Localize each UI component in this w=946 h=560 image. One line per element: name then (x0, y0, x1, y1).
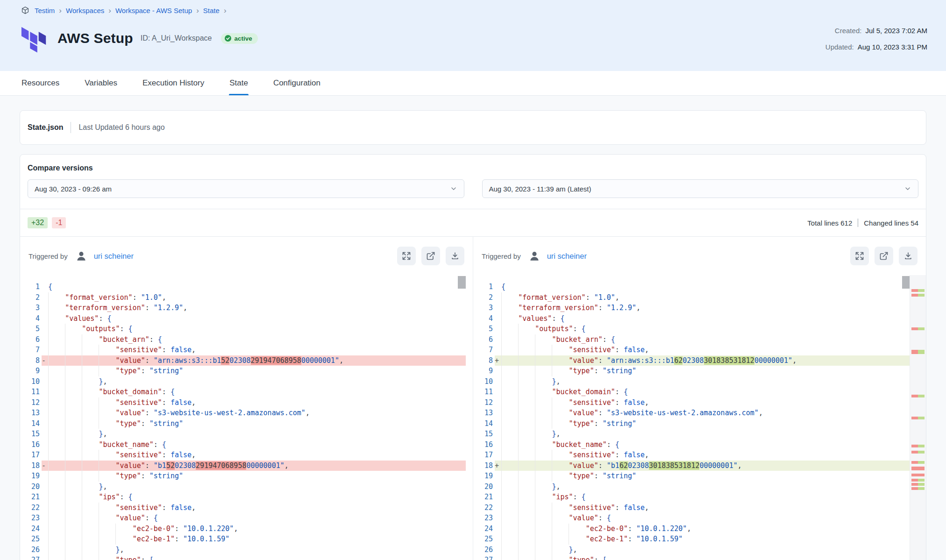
code-line: 7 "sensitive": false, (20, 345, 466, 355)
code-lines-new: 1{2 "format_version": "1.0",3 "terraform… (473, 282, 910, 560)
code-line: 27 "type": [ (473, 555, 910, 560)
breadcrumb: Testim › Workspaces › Workspace - AWS Se… (21, 6, 927, 14)
code-line: 6 "bucket_arn": { (20, 334, 466, 345)
diff-mark (911, 467, 925, 470)
fullscreen-button[interactable] (397, 247, 416, 265)
workspace-header: Testim › Workspaces › Workspace - AWS Se… (0, 0, 946, 71)
version-select-right-value: Aug 30, 2023 - 11:39 am (Latest) (489, 185, 591, 193)
diff-mark (911, 289, 925, 292)
download-icon (450, 251, 460, 261)
code-line: 27 "type": [ (20, 555, 466, 560)
code-line: 9 "type": "string" (473, 366, 910, 376)
code-line: 21 "ips": { (473, 492, 910, 503)
breadcrumb-link-workspace[interactable]: Workspace - AWS Setup (115, 7, 192, 14)
tab-execution-history[interactable]: Execution History (142, 71, 205, 95)
version-select-right[interactable]: Aug 30, 2023 - 11:39 am (Latest) (482, 179, 919, 198)
download-button[interactable] (899, 247, 918, 265)
tab-bar: Resources Variables Execution History St… (0, 71, 946, 96)
code-line: 22 "sensitive": false, (473, 503, 910, 513)
check-circle-icon (225, 35, 231, 42)
code-line: 20 }, (20, 482, 466, 492)
version-select-left-value: Aug 30, 2023 - 09:26 am (35, 185, 112, 193)
file-last-updated: Last Updated 6 hours ago (78, 123, 164, 132)
code-line: 3 "terraform_version": "1.2.9", (473, 303, 910, 313)
code-line: 4 "values": { (473, 313, 910, 324)
divider (71, 122, 71, 133)
code-editor-old: 1{2 "format_version": "1.0",3 "terraform… (20, 275, 473, 560)
triggered-by-user-link[interactable]: uri scheiner (547, 252, 587, 261)
open-in-new-tab-button[interactable] (875, 247, 893, 265)
code-line: 6 "bucket_arn": { (473, 334, 910, 345)
breadcrumb-separator-icon: › (108, 7, 111, 14)
code-line: 15 }, (20, 429, 466, 439)
code-line: 9 "type": "string" (20, 366, 466, 376)
tab-resources[interactable]: Resources (21, 71, 60, 95)
created-label: Created: (835, 27, 862, 35)
tab-state[interactable]: State (229, 71, 249, 95)
status-badge: active (221, 33, 257, 44)
code-line: 12 "sensitive": false, (473, 397, 910, 408)
triggered-by-user-link[interactable]: uri scheiner (94, 252, 134, 261)
diff-mark (911, 487, 925, 490)
tab-configuration[interactable]: Configuration (273, 71, 321, 95)
code-line: 8- "value": "arn:aws:s3:::b1520230829194… (20, 355, 466, 366)
code-line: 11 "bucket_domain": { (20, 387, 466, 397)
code-line: 11 "bucket_domain": { (473, 387, 910, 397)
expand-icon (402, 251, 411, 261)
chevron-down-icon (904, 185, 911, 192)
workspace-id: ID: A_Uri_Workspace (141, 34, 212, 43)
code-line: 25 "ec2-be-1": "10.0.1.59" (20, 534, 466, 545)
code-line: 3 "terraform_version": "1.2.9", (20, 303, 466, 313)
code-line: 2 "format_version": "1.0", (473, 292, 910, 303)
code-line: 17 "sensitive": false, (20, 450, 466, 461)
scrollbar-thumb[interactable] (902, 276, 910, 289)
diff-mark (911, 294, 925, 297)
code-line: 1{ (473, 282, 910, 292)
code-line: 10 }, (473, 376, 910, 387)
status-badge-label: active (234, 35, 252, 42)
code-line: 15 }, (473, 429, 910, 439)
diff-overview-ruler (910, 275, 926, 560)
line-totals: Total lines 612 Changed lines 54 (807, 219, 918, 227)
code-line: 12 "sensitive": false, (20, 397, 466, 408)
breadcrumb-link-state[interactable]: State (203, 7, 220, 14)
breadcrumb-separator-icon: › (196, 7, 199, 14)
diff-mark (911, 479, 925, 482)
breadcrumb-link-testim[interactable]: Testim (35, 7, 55, 14)
code-line: 23 "value": { (473, 513, 910, 524)
code-lines-old: 1{2 "format_version": "1.0",3 "terraform… (20, 282, 466, 560)
version-select-left[interactable]: Aug 30, 2023 - 09:26 am (28, 179, 464, 198)
tab-variables[interactable]: Variables (84, 71, 118, 95)
package-icon (21, 6, 29, 14)
diff-mark (911, 395, 925, 397)
diff-mark (911, 350, 925, 354)
code-line: 25 "ec2-be-1": "10.0.1.59" (473, 534, 910, 545)
avatar (75, 250, 87, 262)
breadcrumb-link-workspaces[interactable]: Workspaces (66, 7, 104, 14)
breadcrumb-separator-icon: › (59, 7, 62, 14)
code-line: 5 "outputs": { (20, 324, 466, 334)
updated-value: Aug 10, 2023 3:31 PM (858, 43, 927, 51)
code-editor-new: 1{2 "format_version": "1.0",3 "terraform… (473, 275, 926, 560)
code-line: 4 "values": { (20, 313, 466, 324)
code-line: 21 "ips": { (20, 492, 466, 503)
scrollbar-thumb[interactable] (458, 276, 466, 289)
compare-versions-title: Compare versions (28, 164, 918, 172)
code-line: 23 "value": { (20, 513, 466, 524)
code-line: 10 }, (20, 376, 466, 387)
file-name: State.json (28, 123, 63, 132)
triggered-by-label: Triggered by (28, 252, 68, 260)
diff-mark (911, 483, 925, 486)
deletions-badge: -1 (52, 217, 66, 228)
download-button[interactable] (446, 247, 464, 265)
terraform-logo (21, 24, 48, 53)
open-in-new-tab-button[interactable] (421, 247, 440, 265)
diff-mark (911, 451, 925, 454)
code-line: 14 "type": "string" (20, 418, 466, 429)
page-title: AWS Setup (57, 30, 133, 46)
diff-mark (911, 445, 925, 447)
code-line: 18- "value": "b1520230829194706895800000… (20, 461, 466, 471)
code-line: 26 }, (20, 545, 466, 555)
fullscreen-button[interactable] (850, 247, 869, 265)
code-line: 16 "bucket_name": { (473, 439, 910, 450)
